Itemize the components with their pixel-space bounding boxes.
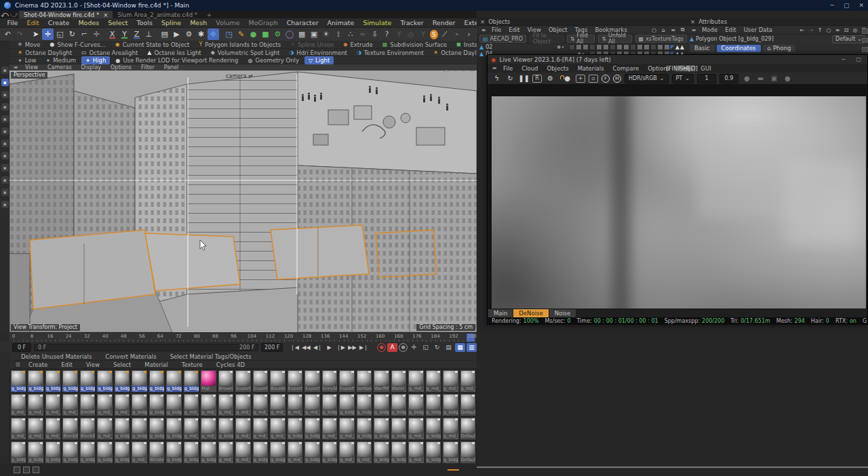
tweak-mode-icon[interactable]: ▪ [1,152,9,159]
material-picker-icon[interactable]: M [613,75,621,83]
material-thumbnail[interactable]: g_bldg_( [356,417,372,440]
material-thumbnail[interactable]: g_bldg_( [356,393,372,416]
material-thumbnail[interactable]: g_md_bl [96,417,113,440]
search-icon[interactable]: ○ [650,26,658,33]
material-thumbnail[interactable]: g_bldg_( [269,441,285,464]
command-current-state-to-object[interactable]: ◉Current State to Object [111,41,194,49]
material-thumbnail[interactable]: g_bldg_( [45,441,61,464]
frame-range-slider[interactable]: 0 F 200 F [34,344,258,351]
material-thumbnail[interactable]: g_md_bl [200,417,216,440]
material-thumbnail[interactable]: g_bldg_( [321,441,338,464]
thumbnail-list-view-icon[interactable] [23,467,30,473]
clay-mode-icon[interactable]: ● [742,74,752,83]
xstexturetags-button[interactable]: ▩xsTextureTags [635,35,687,43]
material-thumbnail[interactable]: g_bldg_( [96,441,113,464]
material-thumbnail[interactable]: g_md_bl [408,441,424,464]
texture-tag-icon[interactable] [589,44,595,50]
history-back-icon[interactable]: ← [798,26,806,33]
material-thumbnail[interactable]: g_md_bl [45,417,61,440]
visibility-dots-icon[interactable]: ● ⦁ [557,44,564,49]
material-thumbnail[interactable]: g_bldg_( [45,370,61,393]
thumbnail-small-view-icon[interactable] [14,467,20,473]
material-thumbnail[interactable]: g_bldg_( [149,417,165,440]
material-thumbnail[interactable]: g_bldg_( [391,417,407,440]
material-thumbnail[interactable]: g_bldg_( [425,441,441,464]
menu-animate[interactable]: Animate [323,19,359,26]
material-command-select-material-tags-objects[interactable]: Select Material Tags/Objects [164,353,258,360]
texture-tag-icon[interactable] [576,44,582,50]
material-thumbnail[interactable]: Default [460,417,476,440]
snap-icon[interactable]: ▪ [1,189,9,196]
command-use-render-lod-for-viewport-rendering[interactable]: ●Use Render LOD for Viewport Rendering [111,56,242,64]
menu-select[interactable]: Select [104,19,132,26]
filter-icon[interactable]: ≡ [669,26,677,33]
camera-icon[interactable]: ▣ [309,28,320,40]
dolly-view-icon[interactable]: ⇕ [452,71,458,73]
material-thumbnail[interactable]: Default [460,393,476,416]
fold-all-button[interactable]: ⇅Fold All [567,35,595,43]
minimize-button[interactable]: ─ [831,2,834,9]
projection-label[interactable]: Perspective [11,72,47,79]
undo-icon[interactable]: ↶ [2,28,14,40]
material-menu-edit[interactable]: Edit [55,361,78,368]
fit-to-object-button[interactable]: Fit to Object [530,35,564,43]
lv-minimize-button[interactable]: ─ [842,56,846,62]
viewport-solo-icon[interactable]: ▪ [1,176,9,184]
material-thumbnail[interactable]: g_bldg_( [338,393,355,416]
menu-file[interactable]: File [3,19,22,26]
dock-icon-2[interactable] [862,47,868,52]
menu-create[interactable]: Create [43,19,74,26]
viewport-menu-options[interactable]: Options [106,64,136,71]
material-menu-create[interactable]: Create [22,361,54,368]
cube-primitive-icon[interactable]: ■ [260,28,271,40]
material-thumbnail[interactable]: g_bldg_( [183,370,199,393]
add-region-icon[interactable]: + [576,75,585,83]
kernel-select[interactable]: PT⌄ [672,74,694,83]
material-menu-material[interactable]: Material [138,361,174,368]
command-octane-daylight[interactable]: ☀Octane Daylight [14,49,76,57]
material-thumbnail[interactable]: g_md_bl [27,417,43,440]
material-thumbnail[interactable]: g_md_bl [62,393,78,416]
command-medium[interactable]: ✦Medium [41,56,80,64]
lock-panel-icon[interactable]: ⊡ [842,26,850,33]
material-thumbnail[interactable]: g_md_bl [304,393,320,416]
material-thumbnail[interactable]: g_md_bl [131,441,147,464]
character-y-icon[interactable]: Y [393,28,405,40]
dock-icon-0[interactable] [862,28,868,34]
toggle-view-icon[interactable]: ⧉ [470,71,474,73]
enable-axis-icon[interactable]: ▪ [1,164,9,172]
material-thumbnail[interactable]: g_bldg_( [114,417,130,440]
material-thumbnail[interactable]: g_bldg_( [218,417,234,440]
material-thumbnail[interactable]: g_bldg_( [425,393,441,416]
texture-tag-icon[interactable] [583,44,589,50]
display-mode-select[interactable]: HDR/sRGB⌄ [625,74,669,83]
render-team-icon[interactable]: ✱ [195,28,207,40]
unfold-all-button[interactable]: ⇅Unfold All [598,35,631,43]
substance-icon[interactable]: S [430,30,438,39]
record-position-button[interactable]: ✛ [409,343,419,352]
material-thumbnail[interactable]: g_md_bl [321,417,338,440]
previous-key-button[interactable]: ◀◀ [301,343,311,352]
attributes-panel-close-icon[interactable]: × [690,18,695,25]
material-command-convert-materials[interactable]: Convert Materials [99,353,162,360]
material-thumbnail[interactable]: g_bldg_( [114,441,130,464]
menu-render[interactable]: Render [428,19,460,26]
gamma-field[interactable]: 0.9 [719,74,738,83]
material-thumbnail[interactable]: g_md_bl [235,441,251,464]
material-menu-texture[interactable]: Texture [176,361,209,368]
diagonal-icon[interactable]: ⟋ [439,28,450,40]
viewport-menu-filter[interactable]: Filter [137,64,159,71]
camera-swap-icon[interactable]: ⇄ [248,73,253,79]
attributes-tab-phong[interactable]: ⌂Phong [763,45,796,52]
dock-icon-1[interactable] [862,38,868,43]
render-view-icon[interactable]: ▤ [159,28,170,40]
material-thumbnail[interactable]: g_md_bl [408,417,424,440]
material-thumbnail[interactable]: g_bldg_( [27,370,43,393]
pen-spline-icon[interactable]: ✎ [235,28,247,40]
record-scale-button[interactable]: ◱ [420,343,431,352]
particles-icon[interactable]: ∴ [344,28,356,40]
texture-tag-icon[interactable] [569,44,575,50]
material-command-delete-unused-materials[interactable]: Delete Unused Materials [15,353,98,360]
add-cube-icon[interactable]: ◳ [223,28,235,40]
attributes-menu-edit[interactable]: Edit [722,26,739,33]
